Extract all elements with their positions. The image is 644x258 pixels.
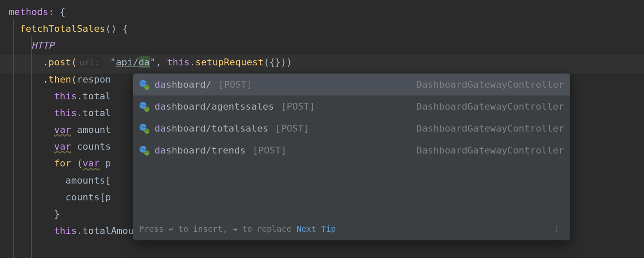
autocomplete-popup[interactable]: dashboard/ [POST] DashboardGatewayContro… xyxy=(133,74,570,240)
dot: . xyxy=(77,225,82,236)
code-line-2[interactable]: fetchTotalSales() { xyxy=(0,20,644,37)
autocomplete-label: dashboard/agentssales xyxy=(155,98,274,115)
this-kw: this xyxy=(167,57,190,68)
function-name: fetchTotalSales xyxy=(20,23,106,34)
var-kw: var xyxy=(82,158,100,169)
url-typed: da xyxy=(139,56,150,68)
tab-key-icon: ⇥ xyxy=(232,224,237,233)
this-kw: this xyxy=(54,108,77,118)
http-method-badge: [POST] xyxy=(275,120,309,137)
p-var: p xyxy=(100,158,111,169)
controller-name: DashboardGatewayController xyxy=(416,120,564,137)
footer-hint: Press ↩ to insert, ⇥ to replace xyxy=(139,222,292,236)
respon-partial: respon xyxy=(77,74,111,85)
globe-icon xyxy=(139,101,149,112)
enter-key-icon: ↩ xyxy=(169,224,173,233)
http-object: HTTP xyxy=(31,40,54,51)
autocomplete-label: dashboard/trends xyxy=(155,142,246,159)
autocomplete-footer: Press ↩ to insert, ⇥ to replace Next Tip… xyxy=(133,218,570,241)
parens: () xyxy=(105,23,117,34)
dot: . xyxy=(190,57,195,68)
this-kw: this xyxy=(54,91,77,101)
autocomplete-label: dashboard/ xyxy=(155,76,211,93)
controller-name: DashboardGatewayController xyxy=(416,142,564,159)
dot: . xyxy=(77,108,82,118)
next-tip-link[interactable]: Next Tip xyxy=(297,222,336,236)
controller-name: DashboardGatewayController xyxy=(416,98,564,115)
for-kw: for xyxy=(54,158,71,169)
globe-icon xyxy=(139,123,149,134)
open-paren: ( xyxy=(71,158,83,169)
autocomplete-item-3[interactable]: dashboard/trends [POST] DashboardGateway… xyxy=(133,139,570,161)
code-line-3[interactable]: HTTP xyxy=(0,37,644,54)
autocomplete-item-2[interactable]: dashboard/totalsales [POST] DashboardGat… xyxy=(133,117,570,139)
http-method-badge: [POST] xyxy=(252,142,286,159)
counts-access: counts[p xyxy=(65,192,111,203)
string-quote-open: " xyxy=(104,57,116,68)
url-prefix: api/ xyxy=(116,57,139,68)
this-kw: this xyxy=(54,225,77,236)
amount-var: amount xyxy=(71,124,111,135)
autocomplete-item-0[interactable]: dashboard/ [POST] DashboardGatewayContro… xyxy=(133,74,570,95)
globe-icon xyxy=(139,80,149,90)
var-kw: var xyxy=(54,141,71,152)
autocomplete-item-1[interactable]: dashboard/agentssales [POST] DashboardGa… xyxy=(133,95,570,117)
dot: . xyxy=(77,91,82,101)
comma: , xyxy=(155,57,167,68)
controller-name: DashboardGatewayController xyxy=(416,76,564,93)
code-line-1[interactable]: methods: { xyxy=(0,3,644,20)
setup-arg: ({})) xyxy=(264,57,292,68)
http-method-badge: [POST] xyxy=(218,76,252,93)
more-options-icon[interactable]: ⋮ xyxy=(550,222,564,236)
setup-request: setupRequest xyxy=(195,57,264,68)
string-quote-close: " xyxy=(150,57,155,68)
http-method-badge: [POST] xyxy=(281,98,315,115)
then-call: .then( xyxy=(43,74,76,85)
total-partial: total xyxy=(82,91,111,101)
total-partial: total xyxy=(82,108,111,118)
keyword-methods: methods xyxy=(9,6,49,17)
close-brace: } xyxy=(54,209,60,219)
post-call: .post( xyxy=(43,57,76,68)
brace: { xyxy=(117,23,128,34)
globe-icon xyxy=(139,145,149,156)
autocomplete-label: dashboard/totalsales xyxy=(155,120,268,137)
counts-var: counts xyxy=(71,141,111,152)
colon-brace: : { xyxy=(49,6,66,17)
param-hint-url: url: xyxy=(77,56,103,68)
var-kw: var xyxy=(54,124,71,135)
amounts-access: amounts[ xyxy=(65,175,111,186)
code-line-4[interactable]: .post(url: "api/da", this.setupRequest({… xyxy=(0,54,644,71)
